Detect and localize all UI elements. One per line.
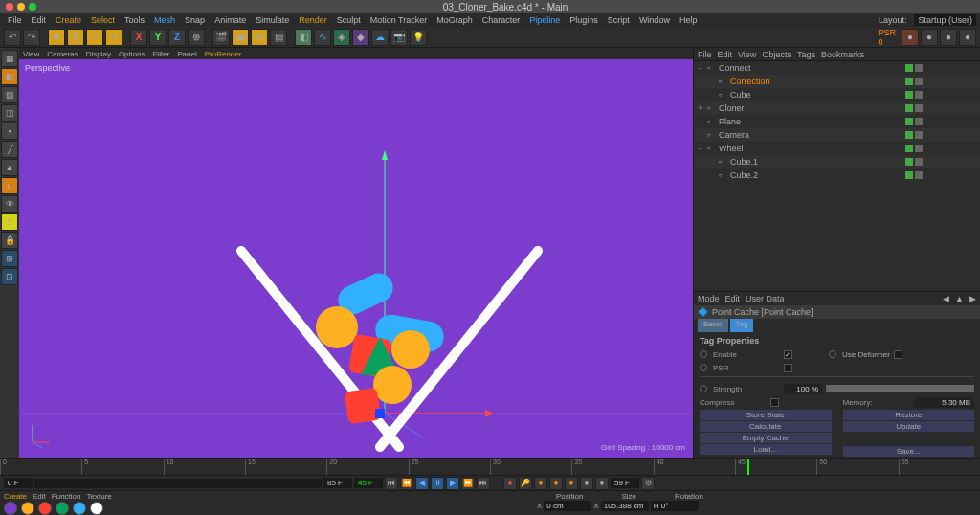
scale-tool[interactable]: ⤢ xyxy=(86,29,103,46)
psr-checkbox[interactable] xyxy=(784,364,792,372)
obj-menu-file[interactable]: File xyxy=(698,50,712,59)
usedeformer-radio[interactable] xyxy=(829,350,836,358)
workplane-lock-tool[interactable]: 🔒 xyxy=(1,232,18,249)
key-scale-button[interactable]: ● xyxy=(549,477,563,490)
menu-mesh[interactable]: Mesh xyxy=(150,15,179,25)
locked-workplane-tool[interactable]: ⊞ xyxy=(1,250,18,267)
timeline-scrollbar[interactable] xyxy=(34,479,322,488)
tree-row[interactable]: -▫Connect xyxy=(694,61,980,75)
pos-x-field[interactable]: 0 cm xyxy=(544,501,591,511)
redo-button[interactable]: ↷ xyxy=(23,29,40,46)
close-window-button[interactable] xyxy=(6,3,13,11)
render-region-button[interactable]: ▣ xyxy=(232,29,249,46)
make-editable-tool[interactable]: ▦ xyxy=(1,50,18,67)
vp-menu-view[interactable]: View xyxy=(23,50,39,58)
frame-start-field[interactable]: 0 F xyxy=(4,478,33,488)
attr-tab-basic[interactable]: Basic xyxy=(698,319,728,332)
light-tool[interactable]: 💡 xyxy=(410,29,427,46)
menu-script[interactable]: Script xyxy=(604,15,634,25)
vp-menu-filter[interactable]: Filter xyxy=(152,50,169,58)
attr-menu-edit[interactable]: Edit xyxy=(725,294,741,303)
material-swatch[interactable] xyxy=(4,502,17,515)
enable-axis-tool[interactable]: L xyxy=(1,177,18,194)
menu-render[interactable]: Render xyxy=(295,15,331,25)
key-param-button[interactable]: ● xyxy=(580,477,593,490)
save-button[interactable]: Save... xyxy=(843,446,975,457)
mat-menu-function[interactable]: Function xyxy=(52,492,81,501)
usedeformer-checkbox[interactable] xyxy=(894,350,902,359)
poly-mode-tool[interactable]: ▲ xyxy=(1,159,18,176)
timeline-ruler[interactable]: 051015202530354045505559 xyxy=(0,458,980,475)
material-swatch[interactable] xyxy=(38,502,52,515)
play-back-button[interactable]: ◀ xyxy=(415,477,429,490)
key-rot-button[interactable]: ● xyxy=(565,477,578,490)
picture-viewer-button[interactable]: ▤ xyxy=(270,29,287,46)
current-frame-field[interactable]: 45 F xyxy=(354,478,383,488)
tree-row[interactable]: ▫Correction xyxy=(694,75,980,88)
undo-button[interactable]: ↶ xyxy=(4,29,21,46)
play-button[interactable]: ▶ xyxy=(446,477,459,490)
autokey-button[interactable]: 🔑 xyxy=(519,477,532,490)
material-swatch[interactable] xyxy=(56,502,69,515)
menu-file[interactable]: File xyxy=(4,15,26,25)
strength-radio[interactable] xyxy=(700,385,707,392)
axis-x-toggle[interactable]: X xyxy=(130,29,147,46)
psr-btn-2[interactable]: ● xyxy=(921,29,938,46)
tree-row[interactable]: ▫Plane xyxy=(694,115,980,128)
menu-tools[interactable]: Tools xyxy=(121,15,148,25)
goto-end-button[interactable]: ⏭ xyxy=(477,477,490,490)
viewport-solo-tool[interactable]: 👁 xyxy=(1,195,18,213)
timeline-options-button[interactable]: ⚙ xyxy=(641,477,655,490)
material-swatches[interactable] xyxy=(0,501,536,515)
mat-menu-edit[interactable]: Edit xyxy=(33,492,46,501)
vp-menu-prorender[interactable]: ProRender xyxy=(205,50,242,58)
vp-menu-options[interactable]: Options xyxy=(119,50,145,58)
calculate-button[interactable]: Calculate xyxy=(700,421,832,432)
frame-end-field[interactable]: 85 F xyxy=(323,478,352,488)
obj-menu-view[interactable]: View xyxy=(738,50,756,59)
next-key-button[interactable]: ⏩ xyxy=(461,477,475,490)
menu-snap[interactable]: Snap xyxy=(181,15,209,25)
menu-mograph[interactable]: MoGraph xyxy=(433,15,477,25)
psr-radio[interactable] xyxy=(700,364,707,371)
axis-y-toggle[interactable]: Y xyxy=(149,29,167,46)
menu-sculpt[interactable]: Sculpt xyxy=(333,15,365,25)
render-view-button[interactable]: 🎬 xyxy=(212,29,230,46)
attr-nav-up-icon[interactable]: ▲ xyxy=(955,294,964,303)
goto-start-button[interactable]: ⏮ xyxy=(385,477,398,490)
layout-dropdown[interactable]: Startup (User) xyxy=(914,14,976,26)
obj-menu-objects[interactable]: Objects xyxy=(762,50,791,59)
attr-menu-userdata[interactable]: User Data xyxy=(746,294,785,303)
tree-row[interactable]: ▫Camera xyxy=(694,128,980,142)
material-swatch[interactable] xyxy=(90,502,103,515)
enable-checkbox[interactable] xyxy=(784,350,792,359)
texture-mode-tool[interactable]: ▨ xyxy=(1,86,18,103)
key-pla-button[interactable]: ● xyxy=(595,477,609,490)
record-button[interactable]: ● xyxy=(503,477,517,490)
menu-pipeline[interactable]: Pipeline xyxy=(525,15,564,25)
material-swatch[interactable] xyxy=(73,502,86,515)
prev-key-button[interactable]: ⏪ xyxy=(400,477,413,490)
generator-tool[interactable]: ◈ xyxy=(333,29,350,46)
strength-value[interactable]: 100 % xyxy=(784,384,822,394)
obj-menu-tags[interactable]: Tags xyxy=(797,50,815,59)
size-x-field[interactable]: 105.388 cm xyxy=(601,501,649,511)
object-tree[interactable]: -▫Connect▫Correction▫Cube+▫Cloner▫Plane▫… xyxy=(694,61,980,291)
empty-cache-button[interactable]: Empty Cache xyxy=(700,433,832,443)
menu-window[interactable]: Window xyxy=(635,15,674,25)
menu-select[interactable]: Select xyxy=(87,15,119,25)
rotate-tool[interactable]: ⟳ xyxy=(105,29,122,46)
menu-help[interactable]: Help xyxy=(676,15,702,25)
tree-row[interactable]: -▫Wheel xyxy=(694,142,980,155)
vp-menu-display[interactable]: Display xyxy=(86,50,111,58)
menu-animate[interactable]: Animate xyxy=(211,15,250,25)
axis-widget[interactable] xyxy=(27,419,56,448)
viewport-3d[interactable]: Perspective xyxy=(19,59,693,458)
attr-nav-fwd-icon[interactable]: ▶ xyxy=(969,294,976,303)
attr-menu-mode[interactable]: Mode xyxy=(698,294,720,303)
load-button[interactable]: Load... xyxy=(700,444,832,455)
mat-menu-create[interactable]: Create xyxy=(4,492,27,501)
workplane-tool[interactable]: ◫ xyxy=(1,104,18,122)
deformer-tool[interactable]: ◆ xyxy=(352,29,369,46)
snap-tool[interactable]: S xyxy=(1,213,18,231)
